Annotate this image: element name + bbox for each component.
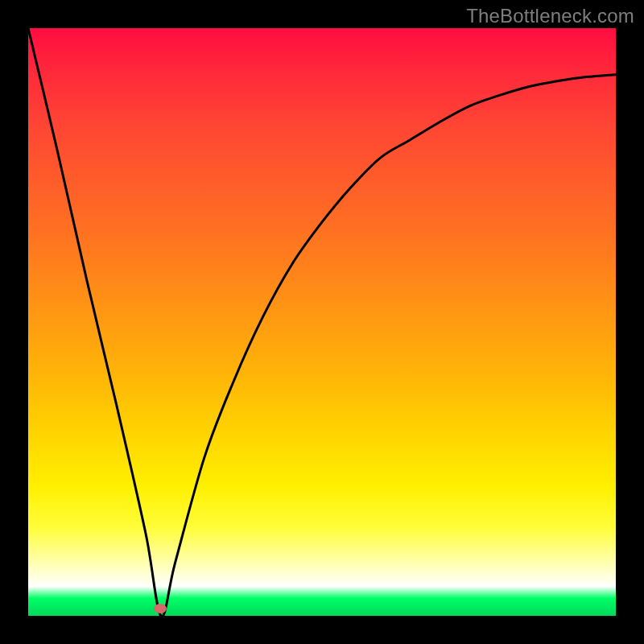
chart-frame: TheBottleneck.com (0, 0, 644, 644)
curve-svg (28, 28, 616, 616)
marker-dot (154, 604, 167, 613)
watermark-text: TheBottleneck.com (466, 5, 634, 27)
bottleneck-curve (28, 28, 616, 616)
plot-area (28, 28, 616, 616)
